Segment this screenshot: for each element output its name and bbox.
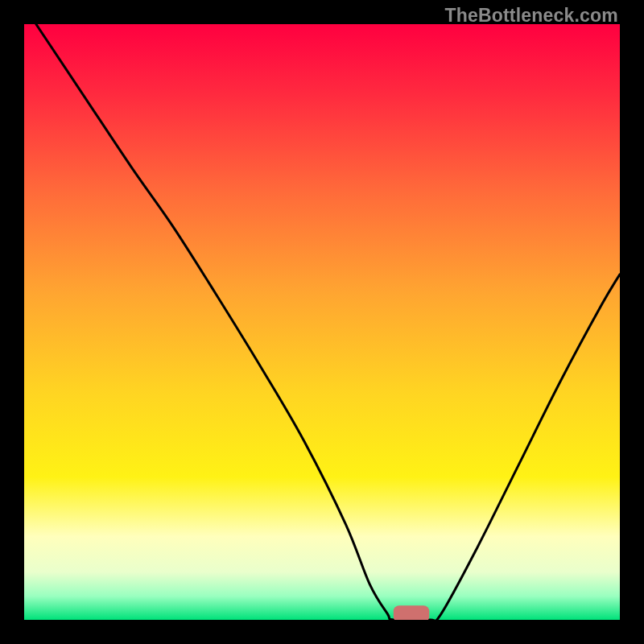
chart-frame: TheBottleneck.com — [0, 0, 644, 644]
plot-area — [24, 24, 620, 620]
optimum-marker — [394, 605, 429, 620]
watermark-label: TheBottleneck.com — [444, 5, 618, 27]
bottleneck-curve — [24, 24, 620, 620]
